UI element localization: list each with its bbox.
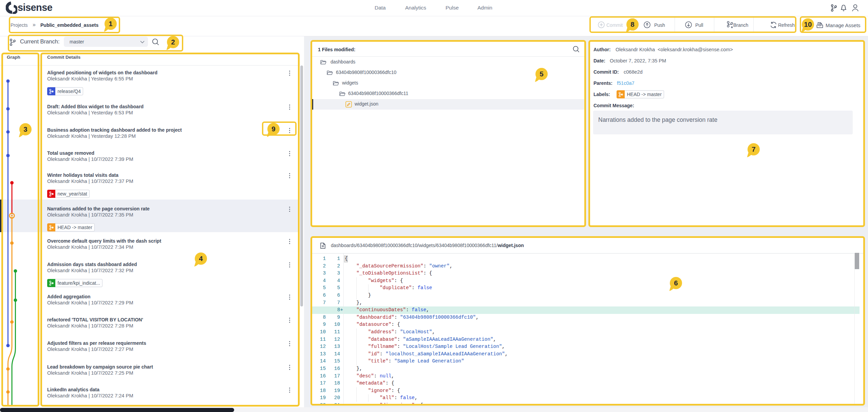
svg-text:6: 6 [674,279,678,287]
svg-text:1: 1 [109,20,112,27]
svg-text:2: 2 [171,38,175,46]
svg-text:4: 4 [199,255,203,262]
svg-text:8: 8 [630,20,634,28]
svg-text:5: 5 [540,70,543,78]
svg-text:10: 10 [804,20,812,28]
svg-text:7: 7 [752,145,755,153]
svg-text:3: 3 [23,125,27,133]
svg-text:9: 9 [271,125,275,133]
